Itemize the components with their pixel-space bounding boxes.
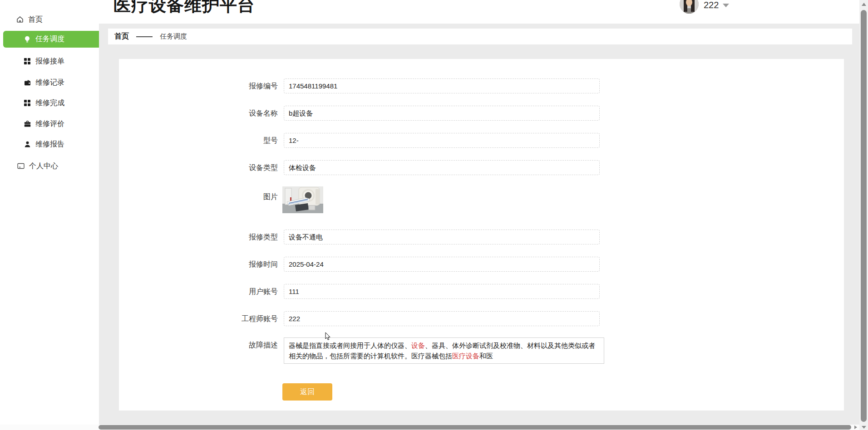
avatar-image: [680, 0, 699, 14]
model-field[interactable]: 12-: [284, 133, 600, 148]
breadcrumb-home-link[interactable]: 首页: [114, 32, 129, 41]
field-value: 设备不通电: [289, 233, 323, 241]
sidebar-item-label: 个人中心: [29, 161, 58, 171]
form-row-repair-type: 报修类型 设备不通电: [119, 230, 664, 244]
field-label: 图片: [119, 189, 278, 204]
form-row-model: 型号 12-: [119, 133, 664, 148]
field-value: 12-: [289, 137, 299, 144]
wallet-icon: [23, 78, 32, 87]
field-label: 设备类型: [119, 160, 278, 175]
horizontal-scrollbar[interactable]: [0, 425, 859, 430]
person-icon: [23, 140, 32, 149]
user-account-field[interactable]: 111: [284, 284, 600, 299]
detail-form-card: 报修编号 1745481199481 设备名称 b超设备 型号 12- 设备类型…: [119, 59, 844, 410]
grid-icon: [23, 98, 32, 108]
card-icon: [16, 161, 25, 171]
desc-segment: 器械是指直接或者间接用于人体的仪器、: [289, 342, 411, 349]
sidebar-item-label: 维修报告: [35, 140, 64, 149]
field-label: 用户账号: [119, 284, 278, 299]
chevron-down-icon[interactable]: [723, 4, 729, 7]
sidebar: 首页 任务调度 报修接单 维修记录 维修完成 维修评价 维修报告: [0, 0, 99, 425]
form-row-device-type: 设备类型 体检设备: [119, 160, 664, 175]
avatar[interactable]: [680, 0, 699, 14]
briefcase-icon: [23, 119, 32, 128]
ct-scanner-photo: [282, 186, 323, 213]
bulb-icon: [23, 35, 32, 44]
sidebar-item-label: 维修记录: [35, 78, 64, 88]
home-icon: [15, 15, 25, 24]
field-value: 111: [289, 288, 299, 295]
sidebar-item-label: 报修接单: [35, 57, 64, 66]
form-row-device-name: 设备名称 b超设备: [119, 106, 664, 121]
horizontal-scrollbar-thumb[interactable]: [99, 425, 851, 430]
form-row-image: 图片: [119, 189, 664, 204]
field-value: 222: [289, 315, 300, 322]
sidebar-item-label: 任务调度: [35, 34, 64, 44]
field-value: b超设备: [289, 109, 313, 117]
scroll-right-arrow-icon[interactable]: [854, 425, 857, 429]
engineer-account-field[interactable]: 222: [284, 311, 600, 326]
form-row-repair-no: 报修编号 1745481199481: [119, 78, 664, 93]
user-menu[interactable]: 222: [676, 0, 758, 24]
field-label: 设备名称: [119, 106, 278, 121]
username: 222: [704, 0, 719, 10]
vertical-scrollbar[interactable]: [859, 0, 868, 425]
sidebar-item-home[interactable]: 首页: [0, 11, 114, 28]
form-row-engineer-account: 工程师账号 222: [119, 311, 664, 326]
field-label: 报修时间: [119, 257, 278, 272]
repair-type-field[interactable]: 设备不通电: [284, 230, 600, 244]
repair-no-field[interactable]: 1745481199481: [284, 78, 600, 93]
page-title: 医疗设备维护平台: [113, 0, 255, 17]
desc-link-red[interactable]: 医疗设备: [452, 352, 479, 360]
field-label: 工程师账号: [119, 311, 278, 326]
scroll-up-arrow-icon[interactable]: [862, 3, 866, 6]
scroll-down-arrow-icon[interactable]: [862, 426, 866, 429]
device-name-field[interactable]: b超设备: [284, 106, 600, 121]
field-label: 报修类型: [119, 230, 278, 244]
fault-description-field[interactable]: 器械是指直接或者间接用于人体的仪器、设备、器具、体外诊断试剂及校准物、材料以及其…: [284, 337, 604, 364]
desc-segment: 和医: [479, 352, 493, 360]
form-row-fault-description: 故障描述 器械是指直接或者间接用于人体的仪器、设备、器具、体外诊断试剂及校准物、…: [119, 337, 664, 364]
repair-date-field[interactable]: 2025-04-24: [284, 257, 600, 272]
desc-link-red[interactable]: 设备: [411, 342, 425, 349]
mouse-cursor: [325, 332, 331, 341]
device-type-field[interactable]: 体检设备: [284, 160, 600, 175]
scrollbar-corner: [859, 425, 868, 430]
field-value: 1745481199481: [289, 82, 337, 90]
sidebar-item-label: 首页: [28, 15, 43, 24]
device-image[interactable]: [282, 186, 323, 213]
field-label: 型号: [119, 133, 278, 148]
breadcrumb: 首页 任务调度: [108, 29, 852, 44]
grid-icon: [23, 57, 32, 66]
vertical-scrollbar-thumb[interactable]: [861, 10, 867, 422]
field-label: 故障描述: [119, 337, 278, 352]
field-value: 2025-04-24: [289, 260, 324, 268]
sidebar-item-label: 维修评价: [35, 119, 64, 129]
field-value: 体检设备: [289, 164, 316, 171]
breadcrumb-separator: [136, 36, 153, 37]
breadcrumb-current: 任务调度: [160, 32, 187, 41]
form-row-user-account: 用户账号 111: [119, 284, 664, 299]
sidebar-item-personal-center[interactable]: 个人中心: [0, 158, 115, 174]
sidebar-item-label: 维修完成: [35, 98, 64, 108]
form-row-repair-date: 报修时间 2025-04-24: [119, 257, 664, 272]
field-label: 报修编号: [119, 78, 278, 93]
back-button[interactable]: 返回: [282, 383, 332, 401]
